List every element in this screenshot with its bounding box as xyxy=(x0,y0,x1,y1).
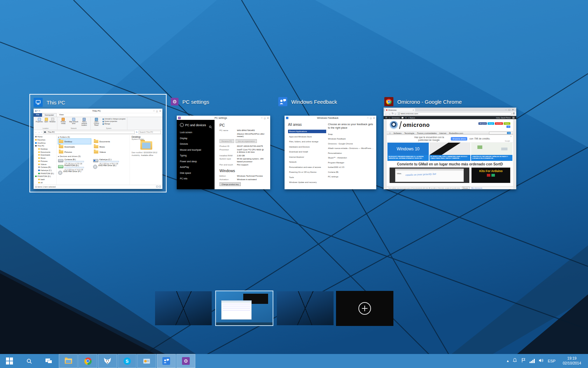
ribbon-small-button: System properties xyxy=(103,121,126,122)
desktop-thumbnail-2-current[interactable] xyxy=(216,291,273,325)
settings-menu-item: Devices xyxy=(180,143,215,145)
taskbar-windows-feedback[interactable] xyxy=(157,354,176,368)
window-controls: ─◻✕ xyxy=(153,110,161,112)
ribbon-button: Open xyxy=(44,118,48,123)
site-masthead: omicrono Me gustaSeguirYouTubeFollow+1 xyxy=(387,119,513,131)
search-button[interactable] xyxy=(20,354,38,368)
sidebar-item: Desktop xyxy=(35,148,56,151)
feedback-item: Personalization xyxy=(328,152,374,154)
feedback-item: Windows Feedback xyxy=(328,138,374,140)
article-screenshot: Inbox. emails on your priority list xyxy=(390,168,469,183)
task-view-card-pc-settings[interactable]: ⚙ PC settings ⚙ PC settings ─◻✕ ← PC and… xyxy=(169,95,274,191)
tray-expand-icon[interactable]: ▲ xyxy=(507,360,509,362)
volume-icon[interactable] xyxy=(539,358,544,364)
explorer-window: ▣ ↻ ▾ This PC ─◻✕ FileComputerView Prope… xyxy=(34,109,162,189)
info-row: Installed RAM2,00 GB xyxy=(219,155,270,157)
omicrono-logo-text: omicrono xyxy=(403,122,430,128)
chrome-tab-strip: Omicrono✕ –▢✕ xyxy=(384,108,516,111)
explorer-sidebar: HomeFavoritesOneDriveThis PCDesktopDocum… xyxy=(34,135,57,185)
sidebar-item-icon xyxy=(38,166,40,168)
settings-menu-item: AutoPlay xyxy=(180,166,215,168)
settings-menu-item: Display xyxy=(180,137,215,139)
ribbon-button: Map network drive xyxy=(69,118,78,125)
wordpress-icon: Ⓦ xyxy=(385,116,387,119)
language-indicator[interactable]: ESP xyxy=(548,359,555,363)
ribbon: PropertiesOpenRename Location Access med… xyxy=(34,117,162,130)
cookie-bar: Las cookies son necesarias para el funci… xyxy=(387,186,513,189)
nav-item: Redeslibre.com xyxy=(449,132,463,134)
task-view-card-chrome[interactable]: Omicrono - Google Chrome Omicrono✕ –▢✕ ←… xyxy=(383,95,519,191)
taskbar-control-panel[interactable] xyxy=(137,354,156,368)
site-home-icon: ⌂ xyxy=(389,117,390,119)
settings-button: Join an organization xyxy=(236,139,257,143)
network-signal-icon[interactable] xyxy=(530,359,535,363)
desktop-thumbnail-3[interactable] xyxy=(277,291,334,325)
mini-taskbar xyxy=(216,322,273,325)
drive-icon xyxy=(58,171,62,175)
ribbon-small-button: Uninstall or change a program xyxy=(103,118,126,120)
windows-logo-icon xyxy=(6,357,13,364)
ribbon-button: Add a network location xyxy=(80,118,89,127)
card-title: PC settings xyxy=(182,99,209,105)
taskbar-file-explorer[interactable] xyxy=(59,354,78,368)
feedback-area-item: Recent Applications xyxy=(288,130,326,133)
ribbon-tab: View xyxy=(57,113,66,117)
chrome-toolbar: ←→↻⌂ www.omicrono.com ☰ xyxy=(384,111,516,116)
feedback-item: foobar2000 v1.3.5 xyxy=(328,166,374,168)
breadcrumb: ›This PC xyxy=(43,131,135,134)
folder-item: Downloads xyxy=(58,144,91,149)
favicon xyxy=(386,109,387,111)
taskbar-skype[interactable]: S xyxy=(118,354,136,368)
close-icon: ✕ xyxy=(159,110,161,112)
settings-nav-panel: ← PC and devices Lock screenDisplayDevic… xyxy=(177,120,215,189)
taskbar-foobar2000[interactable] xyxy=(98,354,117,368)
sidebar-item-icon xyxy=(38,161,40,162)
social-button: Me gusta xyxy=(478,122,487,125)
sidebar-item: Documents xyxy=(35,150,56,154)
notifications-bell-icon[interactable] xyxy=(512,358,517,364)
task-view-card-windows-feedback[interactable]: Windows Feedback Windows Feedback ─◻✕ Al… xyxy=(276,95,380,191)
file-explorer-icon xyxy=(65,359,72,364)
action-center-flag-icon[interactable] xyxy=(521,358,526,364)
detail-row: Availability:Available offline xyxy=(132,154,161,156)
info-row: ProcessorIntel® Core™2 CPU 6600 @ 2.40GH… xyxy=(219,149,270,154)
feedback-item: PC settings xyxy=(328,176,374,178)
article-tile: Windows 10MICROSOFT PRESENTA WINDOWS 10,… xyxy=(387,143,429,161)
windows-feedback-icon xyxy=(278,97,287,106)
home-icon: ⌂ xyxy=(394,113,396,115)
feedback-items-list: Choose an area so your feedback gets to … xyxy=(328,123,376,189)
nav-item: Tecnología xyxy=(404,132,414,134)
settings-menu-item: Mouse and touchpad xyxy=(180,149,215,151)
settings-menu-item: Lock screen xyxy=(180,131,215,134)
search-input: Search This PC xyxy=(139,131,161,134)
status-bar: 11 items 1 item selected xyxy=(34,185,162,188)
desktop-thumbnail-1[interactable] xyxy=(155,291,212,325)
sidebar-item: OneDrive xyxy=(35,141,56,144)
tray-time: 19:19 xyxy=(559,356,584,361)
folder-item: Videos xyxy=(93,149,126,155)
social-buttons: Me gustaSeguirYouTubeFollow+1 xyxy=(475,122,510,128)
feedback-area-item: Apps and Windows Store xyxy=(288,135,326,138)
sidebar-item-icon xyxy=(38,173,40,174)
ad-cta-button: Empieza ahora xyxy=(451,137,467,141)
task-view-button[interactable] xyxy=(39,354,58,368)
folders-grid: DesktopDownloadsPicturesDocumentsMusicVi… xyxy=(58,139,128,155)
this-pc-icon xyxy=(34,98,43,107)
gear-icon: ⚙ xyxy=(182,357,190,365)
clock[interactable]: 19:19 02/10/2014 xyxy=(559,356,584,366)
ribbon-group-location: PropertiesOpenRename Location xyxy=(34,117,57,130)
task-view-card-this-pc[interactable]: This PC ▣ ↻ ▾ This PC ─◻✕ FileComputerVi… xyxy=(29,94,167,192)
taskbar-pc-settings[interactable]: ⚙ xyxy=(176,354,195,368)
add-desktop-button[interactable] xyxy=(336,291,393,326)
window-controls: –▢✕ xyxy=(505,108,515,111)
taskbar-chrome[interactable] xyxy=(78,354,97,368)
desktop-screen: This PC ▣ ↻ ▾ This PC ─◻✕ FileComputerVi… xyxy=(0,0,588,368)
folder-icon xyxy=(59,145,63,148)
folder-item: Pictures xyxy=(58,149,91,155)
settings-menu-item: PC info xyxy=(180,177,215,180)
minimize-icon: ─ xyxy=(153,110,155,112)
start-button[interactable] xyxy=(0,354,19,368)
up-icon: ↑ xyxy=(41,131,42,133)
plus-icon xyxy=(358,302,371,315)
sidebar-item: Music xyxy=(35,157,56,160)
